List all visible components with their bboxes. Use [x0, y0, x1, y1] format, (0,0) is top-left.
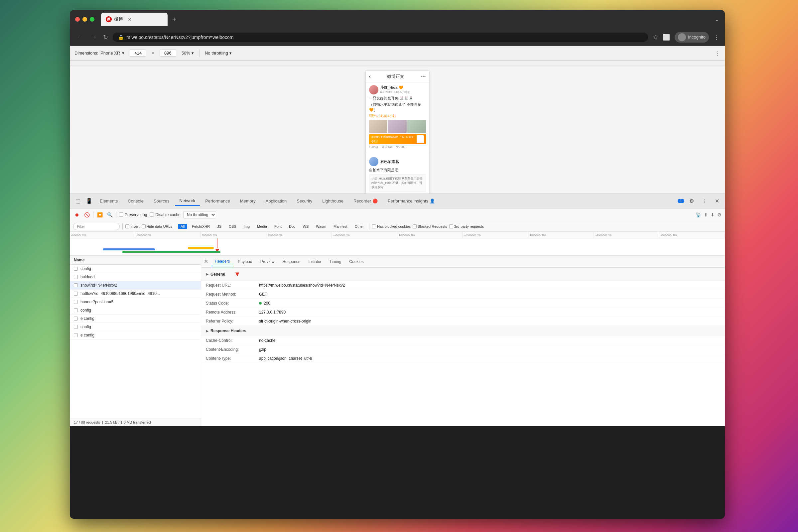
device-throttle-selector[interactable]: No throttling ▾ — [205, 51, 232, 56]
req-checkbox-7[interactable] — [74, 317, 78, 321]
refresh-button[interactable]: ↻ — [103, 34, 108, 41]
tab-performance-insights[interactable]: Performance insights 👤 — [383, 196, 440, 206]
tab-console[interactable]: Console — [123, 196, 148, 206]
req-checkbox-8[interactable] — [74, 325, 78, 329]
invert-checkbox[interactable] — [125, 225, 129, 228]
disable-cache-checkbox-label[interactable]: Disable cache — [150, 212, 180, 217]
device-more-icon[interactable]: ⋮ — [714, 50, 720, 57]
request-item-e-config-1[interactable]: e config — [70, 315, 201, 323]
height-input[interactable] — [159, 50, 176, 57]
upload-icon[interactable]: ⬆ — [704, 212, 708, 217]
devtools-settings-icon[interactable]: ⚙ — [686, 196, 697, 207]
filter-js-btn[interactable]: JS — [214, 224, 224, 229]
tab-close-icon[interactable]: ✕ — [128, 17, 132, 22]
devtools-device-icon[interactable]: 📱 — [84, 196, 94, 207]
network-settings-icon[interactable]: ⚙ — [717, 212, 722, 217]
request-item-config-3[interactable]: config — [70, 323, 201, 331]
third-party-checkbox[interactable] — [449, 225, 453, 228]
devtools-close-icon[interactable]: ✕ — [711, 196, 722, 207]
req-checkbox-5[interactable] — [74, 300, 78, 304]
has-blocked-cookies-label[interactable]: Has blocked cookies — [372, 225, 411, 228]
filter-wasm-btn[interactable]: Wasm — [313, 224, 329, 229]
request-item-hotflow[interactable]: hotflow?id=491008851680196​0&mid=4910... — [70, 290, 201, 298]
request-item-config-1[interactable]: config — [70, 265, 201, 273]
general-section-header[interactable]: ▶ General ▼ — [201, 268, 725, 281]
filter-ws-btn[interactable]: WS — [300, 224, 311, 229]
filter-input[interactable] — [73, 223, 120, 230]
clear-button[interactable]: 🚫 — [83, 211, 91, 218]
detail-tab-timing[interactable]: Timing — [325, 258, 345, 266]
disable-cache-checkbox[interactable] — [150, 212, 154, 217]
tab-recorder[interactable]: Recorder 🔴 — [349, 196, 382, 206]
width-input[interactable] — [130, 50, 146, 57]
tab-security[interactable]: Security — [292, 196, 317, 206]
third-party-label[interactable]: 3rd-party requests — [449, 225, 484, 228]
maximize-button[interactable] — [90, 17, 94, 22]
filter-font-btn[interactable]: Font — [272, 224, 284, 229]
hide-data-urls-checkbox[interactable] — [141, 225, 146, 228]
bookmark-icon[interactable]: ☆ — [653, 34, 658, 41]
download-icon[interactable]: ⬇ — [710, 212, 715, 217]
tab-elements[interactable]: Elements — [95, 196, 122, 206]
wifi-icon[interactable]: 📡 — [696, 212, 701, 217]
req-checkbox-2[interactable] — [74, 275, 78, 279]
tab-sources[interactable]: Sources — [149, 196, 174, 206]
back-button[interactable]: ← — [75, 34, 84, 41]
details-close-button[interactable]: ✕ — [204, 258, 208, 265]
req-checkbox-9[interactable] — [74, 333, 78, 337]
menu-icon[interactable]: ⋮ — [714, 34, 720, 41]
url-bar[interactable]: 🔒 m.weibo.cn/status/N4erNsxv2?jumpfrom=w… — [113, 33, 648, 42]
request-item-config-2[interactable]: config — [70, 306, 201, 315]
request-item-banner[interactable]: banner?position=5 — [70, 298, 201, 306]
tab-application[interactable]: Application — [261, 196, 291, 206]
incognito-button[interactable]: Incognito — [674, 32, 709, 42]
devtools-cursor-icon[interactable]: ⬚ — [73, 196, 83, 207]
device-selector[interactable]: Dimensions: iPhone XR ▾ — [75, 51, 125, 56]
filter-icon[interactable]: 🔽 — [96, 211, 103, 218]
request-item-e-config-2[interactable]: e config — [70, 331, 201, 340]
detail-tab-response[interactable]: Response — [278, 258, 304, 266]
preserve-log-checkbox[interactable] — [119, 212, 124, 217]
filter-other-btn[interactable]: Other — [352, 224, 367, 229]
record-button[interactable]: ⏺ — [73, 211, 80, 218]
request-item-baiduad[interactable]: baiduad — [70, 273, 201, 281]
filter-fetch-xhr-btn[interactable]: Fetch/XHR — [189, 224, 212, 229]
tab-memory[interactable]: Memory — [235, 196, 260, 206]
has-blocked-cookies-checkbox[interactable] — [372, 225, 376, 228]
filter-css-btn[interactable]: CSS — [226, 224, 239, 229]
detail-tab-initiator[interactable]: Initiator — [304, 258, 325, 266]
new-tab-button[interactable]: + — [169, 14, 179, 25]
split-view-icon[interactable]: ⬜ — [663, 34, 670, 41]
blocked-requests-label[interactable]: Blocked Requests — [413, 225, 447, 228]
close-button[interactable] — [75, 17, 80, 22]
detail-tab-cookies[interactable]: Cookies — [345, 258, 367, 266]
req-checkbox-4[interactable] — [74, 291, 78, 296]
devtools-more-icon[interactable]: ⋮ — [699, 196, 709, 207]
filter-all-btn[interactable]: All — [178, 224, 187, 229]
detail-tab-preview[interactable]: Preview — [256, 258, 279, 266]
response-headers-section-header[interactable]: ▶ Response Headers — [201, 326, 725, 336]
minimize-button[interactable] — [82, 17, 87, 22]
window-collapse-icon[interactable]: ⌄ — [715, 16, 720, 23]
preserve-log-checkbox-label[interactable]: Preserve log — [119, 212, 147, 217]
filter-doc-btn[interactable]: Doc — [286, 224, 298, 229]
active-tab[interactable]: 微 微博 ✕ — [101, 13, 168, 26]
filter-img-btn[interactable]: Img — [241, 224, 252, 229]
tab-network[interactable]: Network — [175, 196, 200, 206]
search-icon[interactable]: 🔍 — [106, 211, 113, 218]
forward-button[interactable]: → — [89, 34, 98, 41]
req-checkbox-3[interactable] — [74, 283, 78, 287]
throttle-select[interactable]: No throttling Fast 3G Slow 3G — [183, 211, 216, 218]
filter-manifest-btn[interactable]: Manifest — [331, 224, 350, 229]
blocked-requests-checkbox[interactable] — [413, 225, 417, 228]
req-checkbox-6[interactable] — [74, 308, 78, 312]
zoom-selector[interactable]: 50% ▾ — [182, 51, 194, 56]
tab-performance[interactable]: Performance — [201, 196, 234, 206]
detail-tab-payload[interactable]: Payload — [234, 258, 256, 266]
tab-lighthouse[interactable]: Lighthouse — [318, 196, 348, 206]
req-checkbox-1[interactable] — [74, 267, 78, 271]
hide-data-urls-checkbox-label[interactable]: Hide data URLs — [141, 225, 173, 228]
request-item-show[interactable]: show?id=N4erNsxv2 — [70, 281, 201, 290]
detail-tab-headers[interactable]: Headers — [211, 257, 234, 266]
filter-media-btn[interactable]: Media — [254, 224, 270, 229]
